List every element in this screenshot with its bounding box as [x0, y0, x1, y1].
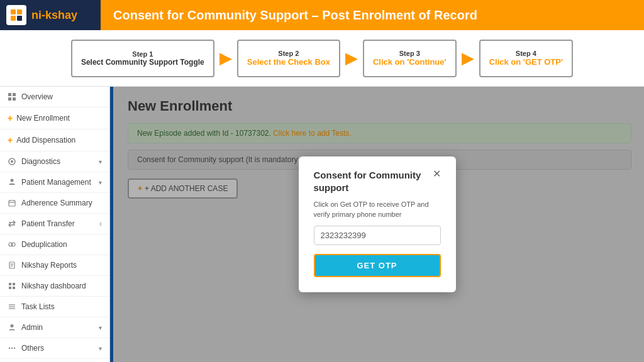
- sidebar-item-diagnostics[interactable]: Diagnostics ▾: [0, 151, 109, 172]
- sidebar-label-nikshay-dashboard: Nikshay dashboard: [21, 282, 86, 290]
- transfer-icon: [8, 219, 16, 228]
- svg-rect-24: [13, 283, 15, 285]
- svg-point-33: [14, 348, 15, 349]
- sidebar-label-patient-management: Patient Management: [21, 178, 91, 187]
- sidebar-item-admin[interactable]: Admin ▾: [0, 317, 109, 338]
- svg-rect-0: [11, 9, 16, 14]
- sidebar-item-patient-management[interactable]: Patient Management ▾: [0, 172, 109, 193]
- others-icon: [8, 344, 16, 353]
- svg-rect-4: [8, 93, 11, 96]
- sidebar-label-add-dispensation: Add Dispensation: [16, 136, 75, 145]
- calendar-icon: [8, 199, 16, 207]
- svg-rect-23: [9, 283, 11, 285]
- svg-point-32: [11, 348, 13, 349]
- sidebar-item-patient-transfer[interactable]: Patient Transfer ‹: [0, 214, 109, 234]
- sidebar-label-others: Others: [21, 344, 44, 353]
- svg-rect-11: [9, 200, 15, 206]
- sidebar-item-overview[interactable]: Overview: [0, 87, 109, 107]
- main-area: Overview + New Enrollment + Add Dispensa…: [0, 87, 644, 362]
- step-3-label: Step 3: [399, 50, 420, 57]
- dashboard-icon: [8, 282, 16, 290]
- svg-point-30: [11, 324, 14, 327]
- collapse-icon-transfer: ‹: [99, 219, 102, 228]
- svg-rect-5: [13, 93, 16, 96]
- svg-point-10: [11, 179, 14, 182]
- logo: ni-kshay: [0, 0, 101, 30]
- reports-icon: [8, 261, 16, 270]
- sidebar-label-new-enrollment: New Enrollment: [16, 114, 70, 123]
- sidebar-item-add-dispensation[interactable]: + Add Dispensation: [0, 129, 109, 151]
- sidebar-label-patient-transfer: Patient Transfer: [21, 219, 75, 228]
- phone-input[interactable]: [314, 226, 441, 245]
- svg-rect-3: [17, 16, 22, 21]
- chevron-icon-diagnostics: ▾: [99, 158, 102, 165]
- chevron-icon-patient: ▾: [99, 179, 102, 186]
- svg-point-9: [11, 160, 13, 163]
- svg-rect-1: [17, 9, 22, 14]
- grid-icon: [8, 92, 16, 101]
- modal-dialog: Consent for Community support ✕ Click on…: [299, 156, 456, 292]
- close-icon[interactable]: ✕: [433, 169, 441, 179]
- step-3-box: Step 3 Click on 'Continue': [363, 40, 457, 77]
- svg-rect-7: [13, 97, 16, 101]
- title-bar: Consent for Community Support – Post Enr…: [101, 0, 644, 30]
- step-2-content: Select the Check Box: [247, 57, 330, 67]
- sidebar-item-deduplication[interactable]: Deduplication: [0, 234, 109, 255]
- page-heading: Consent for Community Support – Post Enr…: [113, 8, 477, 23]
- sidebar: Overview + New Enrollment + Add Dispensa…: [0, 87, 110, 362]
- modal-overlay: Consent for Community support ✕ Click on…: [110, 87, 644, 362]
- plus-icon-dispensation: +: [8, 135, 13, 145]
- sidebar-label-admin: Admin: [21, 323, 43, 332]
- diagnostics-icon: [8, 157, 16, 166]
- sidebar-label-overview: Overview: [21, 92, 53, 101]
- svg-rect-26: [13, 287, 15, 289]
- patient-icon: [8, 178, 16, 187]
- modal-title: Consent for Community support: [314, 169, 428, 194]
- step-1-box: Step 1 Select Community Support Toggle: [71, 40, 214, 77]
- chevron-icon-admin: ▾: [99, 324, 102, 331]
- step-2-label: Step 2: [278, 50, 299, 57]
- step-3-content: Click on 'Continue': [373, 57, 447, 67]
- step-1-content: Select Community Support Toggle: [81, 58, 204, 67]
- logo-text: ni-kshay: [31, 9, 77, 22]
- step-arrow-2: ▶: [345, 48, 358, 68]
- tasks-icon: [8, 302, 16, 311]
- dedup-icon: [8, 240, 16, 249]
- sidebar-item-nikshay-reports[interactable]: Nikshay Reports: [0, 255, 109, 276]
- header: ni-kshay Consent for Community Support –…: [0, 0, 644, 30]
- step-4-label: Step 4: [516, 50, 536, 57]
- sidebar-label-adherence-summary: Adherence Summary: [21, 199, 92, 207]
- step-4-content: Click on 'GET OTP': [489, 57, 563, 67]
- sidebar-item-new-enrollment[interactable]: + New Enrollment: [0, 107, 109, 129]
- content-area: New Enrollment New Episode added with Id…: [110, 87, 644, 362]
- sidebar-item-task-lists[interactable]: Task Lists: [0, 297, 109, 317]
- sidebar-label-nikshay-reports: Nikshay Reports: [21, 261, 77, 270]
- modal-description: Click on Get OTP to receive OTP and veri…: [314, 200, 441, 219]
- svg-point-18: [11, 243, 15, 246]
- svg-rect-6: [8, 97, 11, 101]
- sidebar-item-adherence-summary[interactable]: Adherence Summary: [0, 193, 109, 214]
- get-otp-button[interactable]: GET OTP: [314, 254, 441, 277]
- admin-icon: [8, 323, 16, 332]
- sidebar-label-task-lists: Task Lists: [21, 302, 55, 311]
- modal-header: Consent for Community support ✕: [314, 169, 441, 194]
- step-2-box: Step 2 Select the Check Box: [237, 40, 340, 77]
- sidebar-label-deduplication: Deduplication: [21, 240, 67, 249]
- svg-rect-2: [11, 16, 16, 21]
- step-arrow-3: ▶: [462, 48, 474, 68]
- step-4-box: Step 4 Click on 'GET OTP': [479, 40, 573, 77]
- step-1-label: Step 1: [132, 50, 153, 58]
- sidebar-item-others[interactable]: Others ▾: [0, 338, 109, 359]
- svg-rect-25: [9, 287, 11, 289]
- steps-bar: Step 1 Select Community Support Toggle ▶…: [0, 30, 644, 87]
- svg-point-31: [9, 348, 10, 349]
- plus-icon-enrollment: +: [8, 113, 13, 123]
- logo-icon: [6, 5, 26, 25]
- sidebar-item-nikshay-dashboard[interactable]: Nikshay dashboard: [0, 276, 109, 297]
- sidebar-label-diagnostics: Diagnostics: [21, 157, 60, 166]
- step-arrow-1: ▶: [219, 48, 232, 68]
- chevron-icon-others: ▾: [99, 345, 102, 352]
